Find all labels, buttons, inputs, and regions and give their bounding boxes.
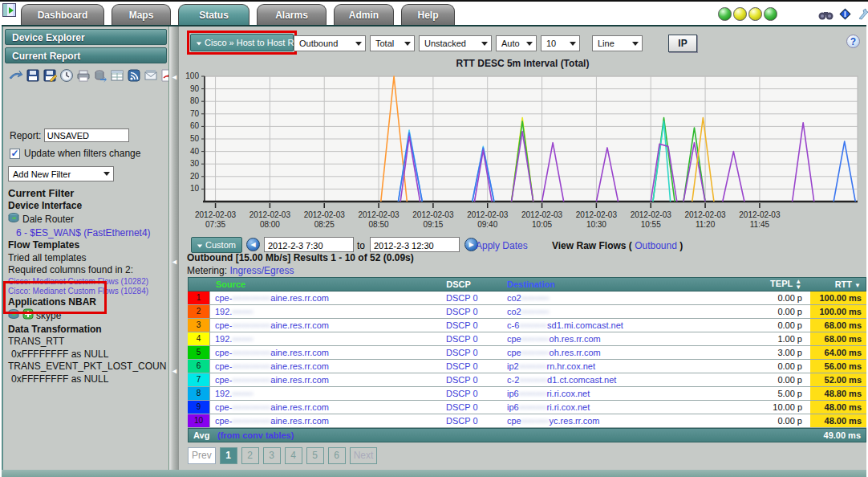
dscp-link[interactable]: DSCP 0	[446, 307, 478, 316]
dscp-link[interactable]: DSCP 0	[446, 416, 478, 426]
page-button-3[interactable]: 3	[263, 447, 281, 464]
apply-dates-link[interactable]: Apply Dates	[476, 240, 528, 251]
dscp-link[interactable]: DSCP 0	[446, 375, 478, 385]
tab-dashboard[interactable]: Dashboard	[21, 4, 104, 25]
sidebar-collapse-divider[interactable]: ◄◄◄	[168, 26, 179, 471]
page-button-5[interactable]: 5	[306, 447, 324, 464]
page-button-2[interactable]: 2	[241, 447, 259, 464]
prev-page-button[interactable]: Prev	[188, 447, 216, 464]
destination-link[interactable]: co2••••••••	[507, 307, 550, 316]
destination-link[interactable]: c-2••••••••d1.ct.comcast.net	[507, 375, 616, 385]
rss-feed-icon[interactable]	[127, 68, 141, 86]
help-icon[interactable]: ?	[846, 35, 860, 48]
destination-link[interactable]: cpe••••••••oh.res.rr.com	[507, 348, 601, 357]
update-filters-checkbox[interactable]: ✓	[10, 149, 20, 159]
source-link[interactable]: cpe-•••••••••••aine.res.rr.com	[215, 320, 329, 330]
source-link[interactable]: cpe-•••••••••••aine.res.rr.com	[215, 348, 329, 357]
page-button-6[interactable]: 6	[328, 447, 346, 464]
remove-filter-icon[interactable]	[8, 308, 20, 324]
date-to-input[interactable]	[370, 237, 460, 252]
date-from-input[interactable]	[264, 237, 354, 252]
stacking-select[interactable]: Unstacked	[419, 35, 492, 51]
custom-range-button[interactable]: Custom	[191, 237, 242, 253]
email-report-icon[interactable]	[144, 68, 158, 86]
sort-both-icon[interactable]: ▲▼	[795, 279, 801, 290]
metering-link[interactable]: Ingress/Egress	[229, 265, 294, 276]
report-name-input[interactable]	[44, 128, 129, 142]
dscp-link[interactable]: DSCP 0	[446, 320, 478, 330]
interface-link[interactable]: 6 - $ES_WAN$ (FastEthernet4)	[16, 227, 168, 240]
page-button-1[interactable]: 1	[220, 447, 237, 464]
ip-dns-toggle-button[interactable]: IP	[668, 35, 697, 52]
tab-status[interactable]: Status	[178, 4, 249, 26]
source-header[interactable]: Source	[211, 279, 446, 289]
destination-link[interactable]: c-6••••••••sd1.mi.comcast.net	[507, 320, 623, 330]
destination-link[interactable]: cpe••••••••oh.res.rr.com	[507, 334, 601, 344]
dscp-link[interactable]: DSCP 0	[446, 334, 478, 344]
add-new-filter-select[interactable]: Add New Filter	[8, 166, 114, 181]
dscp-header[interactable]: DSCP	[446, 279, 507, 289]
schedule-clock-icon[interactable]	[59, 68, 74, 86]
wrench-icon[interactable]	[857, 7, 868, 24]
add-include-icon[interactable]	[22, 308, 34, 324]
direction-select[interactable]: Outbound	[294, 35, 366, 51]
source-link[interactable]: cpe-•••••••••••aine.res.rr.com	[215, 361, 329, 371]
template-link[interactable]: Cisco: Medianet Custom Flows (10282)	[8, 277, 168, 287]
dscp-link[interactable]: DSCP 0	[446, 402, 478, 412]
destination-link[interactable]: cpe••••••••yc.res.rr.com	[507, 416, 600, 426]
chevron-down-icon	[632, 42, 639, 46]
dscp-link[interactable]: DSCP 0	[446, 348, 478, 357]
chart-type-select[interactable]: Line	[592, 35, 643, 51]
collapse-arrow-icon[interactable]: ◄	[171, 367, 178, 375]
sort-desc-icon[interactable]: ▼	[854, 282, 861, 289]
remove-filter-icon[interactable]	[8, 212, 20, 227]
tepl-header[interactable]: TEPL▲▼	[750, 279, 809, 290]
source-link[interactable]: cpe-•••••••••••aine.res.rr.com	[215, 293, 329, 303]
printer-icon[interactable]	[76, 68, 91, 86]
panel-toggle-icon[interactable]	[2, 3, 16, 17]
rtt-header[interactable]: RTT ▼	[809, 279, 866, 289]
export-db-icon[interactable]	[93, 68, 107, 86]
svg-text:2012-02-03: 2012-02-03	[576, 210, 618, 219]
dscp-link[interactable]: DSCP 0	[446, 361, 478, 371]
flow-arrow-icon[interactable]	[8, 68, 23, 86]
sidebar-panel-current-report[interactable]: Current Report	[5, 47, 167, 63]
save-icon[interactable]	[26, 68, 40, 86]
destination-header[interactable]: Destination	[507, 279, 750, 289]
tab-maps[interactable]: Maps	[112, 4, 171, 25]
source-link[interactable]: 192.••••••	[215, 307, 254, 316]
source-link[interactable]: 192.••••••	[215, 389, 254, 398]
conv-tables-link[interactable]: (from conv tables)	[217, 430, 294, 440]
total-select[interactable]: Total	[370, 35, 415, 51]
redacted-text: ••••••••	[519, 389, 547, 398]
pdf-export-icon[interactable]	[160, 68, 168, 86]
collapse-arrow-icon[interactable]: ◄	[171, 73, 178, 81]
collapse-arrow-icon[interactable]: ◄	[171, 258, 178, 266]
destination-link[interactable]: co2••••••••	[507, 293, 550, 303]
source-link[interactable]: cpe-•••••••••••aine.res.rr.com	[215, 375, 329, 385]
binoculars-icon[interactable]	[818, 7, 834, 24]
next-page-button[interactable]: Next	[350, 447, 378, 464]
raw-flows-outbound-link[interactable]: Outbound	[635, 240, 677, 251]
tab-help[interactable]: Help	[401, 4, 455, 25]
destination-link[interactable]: ip2••••••••rn.hr.cox.net	[507, 361, 595, 371]
save-as-icon[interactable]	[43, 68, 57, 86]
destination-link[interactable]: ip6••••••••ri.ri.cox.net	[507, 389, 590, 398]
diamond-icon[interactable]	[838, 7, 852, 24]
tab-alarms[interactable]: Alarms	[257, 4, 327, 25]
template-link[interactable]: Cisco: Medianet Custom Flows (10284)	[8, 287, 168, 296]
report-selector-button[interactable]: Cisco » Host to Host RTT	[190, 34, 294, 51]
source-link[interactable]: cpe-•••••••••••aine.res.rr.com	[215, 416, 329, 426]
top-count-select[interactable]: 10	[541, 35, 580, 51]
source-link[interactable]: 192.••••••	[215, 334, 254, 344]
sidebar-panel-device-explorer[interactable]: Device Explorer	[5, 29, 167, 45]
dscp-link[interactable]: DSCP 0	[446, 389, 478, 398]
shift-earlier-icon[interactable]: ◀	[246, 238, 260, 251]
dscp-link[interactable]: DSCP 0	[446, 293, 478, 303]
grid-report-icon[interactable]	[110, 68, 124, 86]
auto-select[interactable]: Auto	[496, 35, 537, 51]
tab-admin[interactable]: Admin	[334, 4, 394, 25]
source-link[interactable]: cpe-•••••••••••aine.res.rr.com	[215, 402, 329, 412]
page-button-4[interactable]: 4	[285, 447, 302, 464]
destination-link[interactable]: ip6••••••••ri.ri.cox.net	[507, 402, 590, 412]
